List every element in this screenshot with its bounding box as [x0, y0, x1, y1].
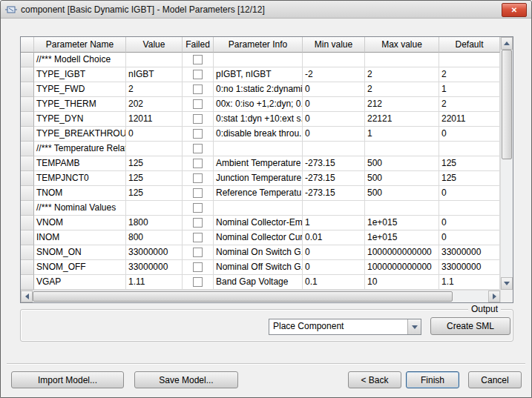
save-model-button[interactable]: Save Model...	[134, 371, 238, 388]
param-row[interactable]: TYPE_BREAKTHROU...00:disable break throu…	[21, 127, 500, 142]
scroll-up-button[interactable]	[501, 37, 513, 50]
back-button[interactable]: < Back	[348, 371, 401, 388]
column-header-max-value[interactable]: Max value	[365, 37, 439, 53]
row-selector[interactable]	[21, 171, 34, 186]
value-cell[interactable]	[126, 201, 183, 216]
max-value-cell[interactable]: 1	[365, 127, 439, 142]
failed-checkbox[interactable]	[193, 99, 203, 109]
vertical-scrollbar[interactable]	[501, 37, 513, 290]
failed-checkbox[interactable]	[193, 129, 203, 139]
param-row[interactable]: TNOM125Reference Temperatu...-273.155000	[21, 186, 500, 201]
param-name-cell[interactable]: VNOM	[34, 216, 126, 230]
row-selector[interactable]	[21, 186, 34, 201]
param-row[interactable]: TYPE_DYN120110:stat 1:dyn +10:ext s...02…	[21, 112, 500, 127]
param-row[interactable]: VNOM1800Nominal Collector-Emi...11e+0150	[21, 216, 500, 230]
value-cell[interactable]: 1800	[126, 216, 183, 230]
row-selector[interactable]	[21, 156, 34, 171]
value-cell[interactable]	[126, 142, 183, 156]
failed-checkbox[interactable]	[193, 248, 203, 257]
max-value-cell[interactable]	[365, 201, 439, 216]
min-value-cell[interactable]: 0	[303, 260, 365, 275]
min-value-cell[interactable]: 1	[303, 216, 365, 230]
failed-checkbox[interactable]	[193, 218, 203, 228]
max-value-cell[interactable]: 22121	[365, 112, 439, 127]
min-value-cell[interactable]	[303, 201, 365, 216]
param-row[interactable]: TEMPJNCT0125Junction Temperature...-273.…	[21, 171, 500, 186]
failed-checkbox[interactable]	[193, 114, 203, 124]
info-cell[interactable]: 0:no 1:static 2:dynamic	[214, 82, 303, 97]
info-cell[interactable]: Nominal On Switch G...	[214, 245, 303, 260]
default-cell[interactable]: 0	[439, 186, 500, 201]
failed-checkbox[interactable]	[193, 203, 203, 213]
failed-checkbox[interactable]	[193, 233, 203, 242]
value-cell[interactable]: 125	[126, 171, 183, 186]
param-name-cell[interactable]: //*** Nominal Values	[34, 201, 126, 216]
param-row[interactable]: SNOM_OFF33000000Nominal Off Switch G...0…	[21, 260, 500, 275]
section-row[interactable]: //*** Nominal Values	[21, 201, 500, 216]
value-cell[interactable]: nIGBT	[126, 67, 183, 82]
param-name-cell[interactable]: TEMPAMB	[34, 156, 126, 171]
default-cell[interactable]: 33000000	[439, 245, 500, 260]
max-value-cell[interactable]: 500	[365, 171, 439, 186]
max-value-cell[interactable]	[365, 53, 439, 67]
info-cell[interactable]: 0:stat 1:dyn +10:ext s...	[214, 112, 303, 127]
value-cell[interactable]: 33000000	[126, 260, 183, 275]
section-row[interactable]: //*** Modell Choice	[21, 53, 500, 67]
default-cell[interactable]	[439, 142, 500, 156]
max-value-cell[interactable]: 500	[365, 186, 439, 201]
failed-checkbox[interactable]	[193, 277, 203, 287]
failed-checkbox[interactable]	[193, 144, 203, 153]
info-cell[interactable]: Junction Temperature...	[214, 171, 303, 186]
param-name-cell[interactable]: TYPE_BREAKTHROU...	[34, 127, 126, 142]
default-cell[interactable]: 2	[439, 97, 500, 112]
info-cell[interactable]: pIGBT, nIGBT	[214, 67, 303, 82]
default-cell[interactable]	[439, 201, 500, 216]
failed-checkbox[interactable]	[193, 70, 203, 79]
column-header-min-value[interactable]: Min value	[303, 37, 365, 53]
default-cell[interactable]: 0	[439, 230, 500, 245]
param-name-cell[interactable]: //*** Modell Choice	[34, 53, 126, 67]
param-name-cell[interactable]: SNOM_OFF	[34, 260, 126, 275]
min-value-cell[interactable]: -273.15	[303, 156, 365, 171]
param-row[interactable]: TYPE_FWD20:no 1:static 2:dynamic021	[21, 82, 500, 97]
row-selector[interactable]	[21, 112, 34, 127]
max-value-cell[interactable]: 1000000000000	[365, 260, 439, 275]
column-header-default[interactable]: Default	[439, 37, 500, 53]
max-value-cell[interactable]: 1000000000000	[365, 245, 439, 260]
row-selector[interactable]	[21, 216, 34, 230]
finish-button[interactable]: Finish	[406, 371, 459, 388]
info-cell[interactable]: Nominal Collector-Emi...	[214, 216, 303, 230]
min-value-cell[interactable]: -273.15	[303, 186, 365, 201]
param-name-cell[interactable]: TYPE_FWD	[34, 82, 126, 97]
horizontal-scrollbar-thumb[interactable]	[33, 291, 453, 302]
info-cell[interactable]: Nominal Collector Curr...	[214, 230, 303, 245]
param-row[interactable]: VGAP1.11Band Gap Voltage0.1101.1	[21, 275, 500, 290]
value-cell[interactable]: 33000000	[126, 245, 183, 260]
horizontal-scrollbar[interactable]	[21, 290, 500, 302]
param-row[interactable]: TYPE_IGBTnIGBTpIGBT, nIGBT-222	[21, 67, 500, 82]
row-selector[interactable]	[21, 82, 34, 97]
default-cell[interactable]: 1.1	[439, 275, 500, 290]
value-cell[interactable]: 125	[126, 186, 183, 201]
cancel-button[interactable]: Cancel	[468, 371, 522, 388]
info-cell[interactable]	[214, 201, 303, 216]
max-value-cell[interactable]	[365, 142, 439, 156]
default-cell[interactable]: 1	[439, 82, 500, 97]
failed-checkbox[interactable]	[193, 262, 203, 272]
titlebar[interactable]: component [Basic Dynamic IGBT] - Model P…	[1, 1, 531, 19]
value-cell[interactable]: 2	[126, 82, 183, 97]
param-name-cell[interactable]: VGAP	[34, 275, 126, 290]
value-cell[interactable]: 202	[126, 97, 183, 112]
max-value-cell[interactable]: 1e+015	[365, 230, 439, 245]
vertical-scrollbar-thumb[interactable]	[502, 50, 512, 159]
default-cell[interactable]: 125	[439, 156, 500, 171]
max-value-cell[interactable]: 2	[365, 67, 439, 82]
row-selector[interactable]	[21, 97, 34, 112]
default-cell[interactable]: 33000000	[439, 260, 500, 275]
column-header-failed[interactable]: Failed	[183, 37, 214, 53]
failed-checkbox[interactable]	[193, 84, 203, 94]
info-cell[interactable]: Ambient Temperature ...	[214, 156, 303, 171]
row-selector[interactable]	[21, 67, 34, 82]
horizontal-scrollbar-track[interactable]	[33, 291, 488, 302]
failed-checkbox[interactable]	[193, 188, 203, 198]
